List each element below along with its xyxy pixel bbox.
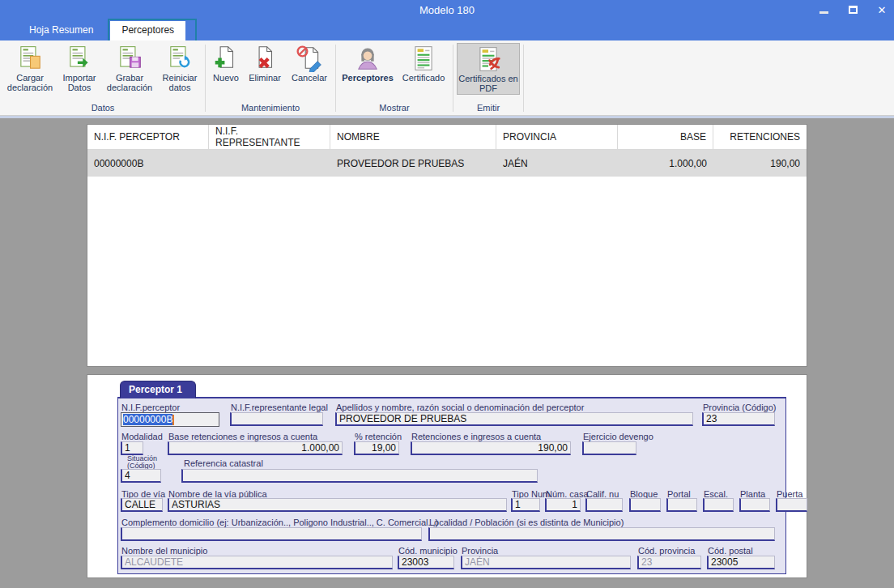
label-provincia: Provincia <box>462 546 498 556</box>
grabar-declaracion-button[interactable]: Grabar declaración <box>103 43 156 93</box>
label-complemento: Complemento domicilio (ej: Urbanización.… <box>121 518 438 527</box>
label-nif-perceptor: N.I.F.perceptor <box>121 403 180 412</box>
perceptor-1-tab[interactable]: Perceptor 1 <box>120 381 196 398</box>
ribbon-group-label-mantenimiento: Mantenimiento <box>209 101 332 113</box>
label-situacion: Situación(Código) <box>127 455 157 470</box>
label-modalidad: Modalidad <box>121 432 163 441</box>
label-base-retenciones: Base retenciones e ingresos a cuenta <box>168 432 317 441</box>
calif-num-field[interactable] <box>585 498 623 512</box>
cancelar-button[interactable]: Cancelar <box>287 43 332 83</box>
cod-provincia-field[interactable] <box>637 556 701 569</box>
reset-data-icon <box>166 45 194 72</box>
puerta-field[interactable] <box>776 498 807 512</box>
cell-retenciones: 190,00 <box>713 150 807 177</box>
provincia-codigo-field[interactable] <box>702 412 775 426</box>
cod-municipio-field[interactable] <box>398 556 454 569</box>
nombre-via-field[interactable] <box>168 498 507 512</box>
perceptor-form: N.I.F.perceptor 00000000B N.I.F.represen… <box>117 397 786 574</box>
import-data-icon <box>66 45 93 72</box>
column-header-nombre: NOMBRE <box>330 125 496 149</box>
certificado-button[interactable]: Certificado <box>398 43 449 83</box>
nif-perceptor-selected-value: 00000000B <box>123 414 172 425</box>
certificate-document-icon <box>410 45 437 72</box>
maximize-button[interactable] <box>845 4 860 16</box>
label-retenciones: Retenciones e ingresos a cuenta <box>411 432 541 441</box>
label-cod-postal: Cód. postal <box>708 546 753 556</box>
app-window: Modelo 180 ✕ Hoja Resumen Perceptores <box>0 0 894 588</box>
title-bar: Modelo 180 ✕ <box>0 0 894 20</box>
maximize-icon <box>849 6 858 14</box>
perceptores-button[interactable]: Perceptores <box>339 43 396 83</box>
label-cod-provincia: Cód. provincia <box>638 546 695 556</box>
label-apellidos: Apellidos y nombre, razón social o denom… <box>336 403 584 412</box>
ribbon-group-mantenimiento: Nuevo Eliminar <box>206 43 334 113</box>
column-header-nif-representante: N.I.F. REPRESENTANTE <box>209 125 330 149</box>
table-row[interactable]: 00000000B PROVEEDOR DE PRUEBAS JAÉN 1.00… <box>87 150 807 177</box>
pct-retencion-field[interactable] <box>354 441 399 455</box>
portal-field[interactable] <box>666 498 697 512</box>
situacion-field[interactable] <box>121 469 161 483</box>
reiniciar-datos-button[interactable]: Reiniciar datos <box>158 43 202 93</box>
minimize-button[interactable] <box>816 4 831 16</box>
column-header-base: BASE <box>618 125 713 149</box>
retenciones-field[interactable] <box>411 441 571 455</box>
cancel-edit-icon <box>296 45 323 72</box>
label-pct-retencion: % retención <box>355 432 402 441</box>
tab-perceptores[interactable]: Perceptores <box>110 21 185 40</box>
nuevo-button[interactable]: Nuevo <box>209 43 243 83</box>
table-header-row: N.I.F. PERCEPTOR N.I.F. REPRESENTANTE NO… <box>87 125 807 150</box>
pdf-certificates-icon <box>475 45 502 73</box>
modalidad-field[interactable] <box>121 441 143 455</box>
label-cod-municipio: Cód. municipio <box>398 546 458 556</box>
column-header-retenciones: RETENCIONES <box>713 125 807 149</box>
label-localidad: Localidad / Población (si es distinta de… <box>429 518 624 527</box>
bloque-field[interactable] <box>629 498 661 512</box>
load-declaration-icon <box>16 45 44 72</box>
cod-postal-field[interactable] <box>707 556 775 569</box>
app-tab-row: Hoja Resumen Perceptores <box>0 20 894 40</box>
cargar-declaracion-button[interactable]: Cargar declaración <box>4 43 56 93</box>
column-header-nif-perceptor: N.I.F. PERCEPTOR <box>87 125 209 149</box>
ribbon-bottom-edge <box>0 116 894 118</box>
importar-datos-button[interactable]: Importar Datos <box>57 43 101 93</box>
perceptores-person-icon <box>354 45 381 72</box>
label-nif-representante: N.I.F.representante legal <box>231 403 328 412</box>
escalera-field[interactable] <box>703 498 734 512</box>
num-casa-field[interactable] <box>545 498 581 512</box>
close-icon: ✕ <box>878 4 887 16</box>
tipo-num-field[interactable] <box>511 498 540 512</box>
cell-provincia: JAÉN <box>496 150 618 177</box>
tab-hoja-resumen[interactable]: Hoja Resumen <box>18 20 104 40</box>
ejercicio-devengo-field[interactable] <box>582 441 636 455</box>
apellidos-field[interactable] <box>335 412 693 426</box>
localidad-field[interactable] <box>428 527 775 541</box>
nif-representante-field[interactable] <box>230 412 323 426</box>
ribbon-separator <box>335 45 336 112</box>
minimize-icon <box>820 11 828 14</box>
label-ejercicio-devengo: Ejercicio devengo <box>583 432 653 441</box>
referencia-catastral-field[interactable] <box>181 469 538 483</box>
perceptor-detail-panel: Perceptor 1 N.I.F.perceptor 00000000B N.… <box>87 374 807 578</box>
planta-field[interactable] <box>739 498 770 512</box>
ribbon: Cargar declaración Importar Datos <box>0 40 894 116</box>
close-button[interactable]: ✕ <box>875 4 889 16</box>
ribbon-group-label-emitir: Emitir <box>457 101 520 113</box>
cell-nif-perceptor: 00000000B <box>87 150 209 177</box>
ribbon-group-label-datos: Datos <box>4 101 202 113</box>
cell-base: 1.000,00 <box>618 150 713 177</box>
municipio-field[interactable] <box>121 556 393 569</box>
eliminar-button[interactable]: Eliminar <box>245 43 285 83</box>
ribbon-group-label-mostrar: Mostrar <box>339 101 449 113</box>
certificados-en-pdf-button[interactable]: Certificados en PDF <box>457 43 520 95</box>
label-municipio: Nombre del municipio <box>121 546 207 556</box>
tipo-via-field[interactable] <box>121 498 163 512</box>
complemento-field[interactable] <box>121 527 422 541</box>
ribbon-separator <box>205 45 206 112</box>
ribbon-group-emitir: Certificados en PDF Emitir <box>454 43 522 113</box>
nif-perceptor-field[interactable]: 00000000B <box>121 412 219 427</box>
cell-nombre: PROVEEDOR DE PRUEBAS <box>330 150 496 177</box>
save-declaration-icon <box>116 45 143 72</box>
provincia-field[interactable] <box>461 556 631 569</box>
text-caret <box>172 415 174 425</box>
base-retenciones-field[interactable] <box>168 441 343 455</box>
